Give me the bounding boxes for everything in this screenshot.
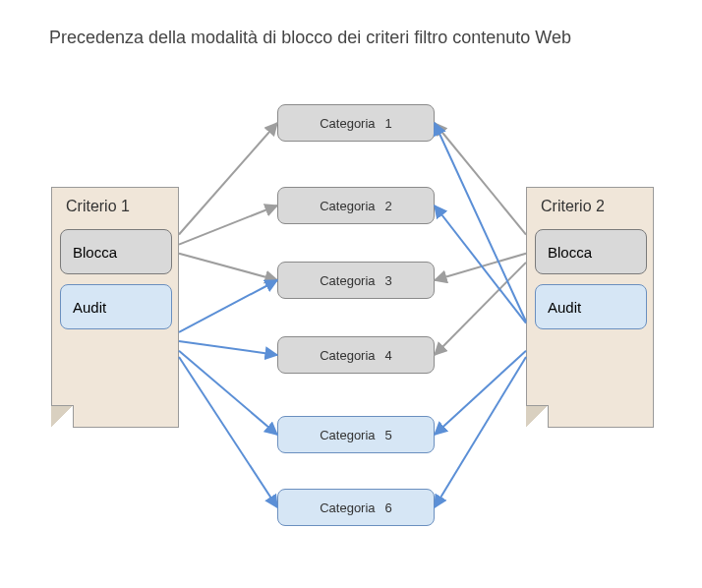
policy-1-title: Criterio 1 (66, 198, 178, 215)
policy-1-audit-mode: Audit (60, 284, 172, 329)
arrow-p1-audit-to-c3 (179, 280, 277, 332)
category-5-box: Categoria 5 (277, 416, 435, 453)
category-label: Categoria (320, 199, 375, 213)
policy-2-block-label: Blocca (548, 244, 592, 261)
policy-1-box: Criterio 1 Blocca Audit (51, 187, 179, 428)
category-number: 5 (385, 428, 392, 442)
arrow-p1-audit-to-c4 (179, 341, 277, 355)
arrow-p2-audit-to-c6 (435, 357, 526, 507)
policy-2-title: Criterio 2 (541, 198, 653, 215)
page-fold-icon (526, 405, 549, 428)
arrow-p1-block-to-c2 (179, 206, 277, 245)
policy-1-audit-label: Audit (73, 299, 106, 316)
category-2-box: Categoria 2 (277, 187, 435, 224)
category-number: 3 (385, 273, 392, 288)
category-4-box: Categoria 4 (277, 336, 435, 374)
policy-2-box: Criterio 2 Blocca Audit (526, 187, 654, 428)
category-1-box: Categoria 1 (277, 104, 435, 142)
category-label: Categoria (320, 116, 375, 131)
category-label: Categoria (320, 273, 375, 288)
category-label: Categoria (320, 348, 375, 363)
arrow-p2-audit-to-c5 (435, 351, 526, 435)
category-label: Categoria (320, 428, 375, 442)
policy-2-block-mode: Blocca (535, 229, 647, 274)
arrow-p2-audit-to-c2 (435, 206, 526, 323)
policy-2-audit-mode: Audit (535, 284, 647, 329)
category-label: Categoria (320, 500, 375, 515)
category-number: 1 (385, 116, 392, 131)
arrow-p2-audit-to-c1 (435, 123, 526, 322)
arrow-p1-block-to-c1 (179, 123, 277, 235)
diagram-title: Precedenza della modalità di blocco dei … (49, 28, 571, 48)
category-6-box: Categoria 6 (277, 489, 435, 526)
category-3-box: Categoria 3 (277, 262, 435, 299)
arrow-p2-block-to-c3 (435, 254, 526, 280)
policy-1-block-label: Blocca (73, 244, 117, 261)
category-number: 2 (385, 199, 392, 213)
category-number: 4 (385, 348, 392, 363)
category-number: 6 (385, 500, 392, 515)
page-fold-icon (51, 405, 74, 428)
arrow-p2-block-to-c1 (435, 123, 526, 235)
arrow-p2-block-to-c4 (435, 263, 526, 355)
policy-1-block-mode: Blocca (60, 229, 172, 274)
arrow-p1-block-to-c3 (179, 254, 277, 280)
arrow-p1-audit-to-c5 (179, 351, 277, 435)
arrow-p1-audit-to-c6 (179, 357, 277, 507)
policy-2-audit-label: Audit (548, 299, 581, 316)
